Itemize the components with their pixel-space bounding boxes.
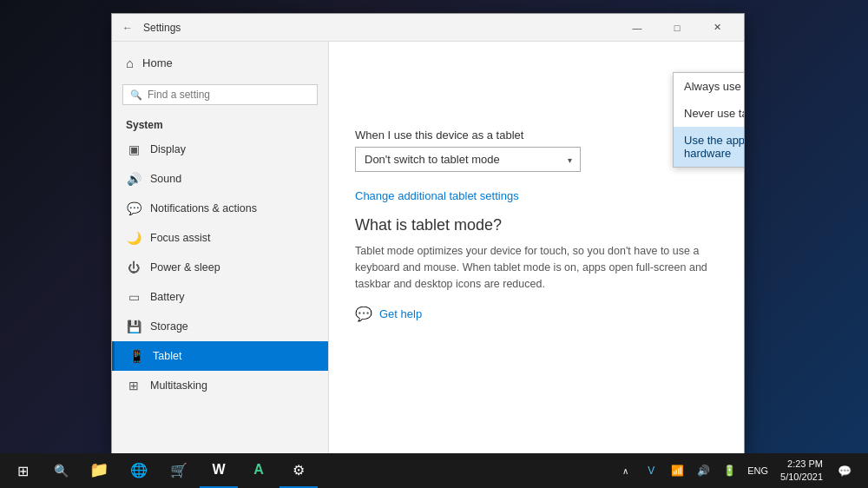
what-is-tablet-heading: What is tablet mode? xyxy=(355,216,718,234)
change-settings-link[interactable]: Change additional tablet settings xyxy=(355,189,519,202)
sidebar-item-power[interactable]: ⏻ Power & sleep xyxy=(112,253,328,282)
taskbar-lang[interactable]: ENG xyxy=(744,465,772,476)
search-icon: 🔍 xyxy=(130,89,142,101)
help-icon: 💬 xyxy=(355,306,372,322)
taskbar-apps: 📁 🌐 🛒 W A ⚙ xyxy=(80,453,605,488)
sidebar-item-display[interactable]: ▣ Display xyxy=(112,135,328,164)
window-controls: — □ ✕ xyxy=(617,14,737,42)
focus-icon: 🌙 xyxy=(126,231,141,245)
close-button[interactable]: ✕ xyxy=(697,14,737,42)
tray-chevron[interactable]: ∧ xyxy=(614,453,636,488)
sidebar-item-sound[interactable]: 🔊 Sound xyxy=(112,164,328,194)
sidebar-item-battery[interactable]: ▭ Battery xyxy=(112,282,328,312)
tablet-mode-value: Don't switch to tablet mode xyxy=(365,153,500,166)
minimize-button[interactable]: — xyxy=(617,14,657,42)
sidebar: ⌂ Home 🔍 System ▣ Display 🔊 Sound 💬 Noti… xyxy=(112,42,329,455)
tray-vpn-icon[interactable]: V xyxy=(640,453,662,488)
taskbar-app-explorer[interactable]: 📁 xyxy=(80,453,118,488)
taskbar-tray: ∧ V 📶 🔊 🔋 ENG 2:23 PM 5/10/2021 💬 xyxy=(607,453,865,488)
sidebar-item-tablet-label: Tablet xyxy=(153,350,181,362)
dropdown-popup: Always use tablet mode Never use tablet … xyxy=(673,72,744,168)
sidebar-item-display-label: Display xyxy=(150,143,186,155)
taskbar-search-button[interactable]: 🔍 xyxy=(43,453,78,488)
tablet-mode-dropdown-wrapper: Don't switch to tablet mode ▾ xyxy=(355,147,581,172)
title-bar: ← Settings — □ ✕ xyxy=(112,14,744,42)
sidebar-item-focus-label: Focus assist xyxy=(150,232,210,244)
taskbar-app-word[interactable]: W xyxy=(200,453,238,488)
back-button[interactable]: ← xyxy=(119,19,136,36)
notifications-icon: 💬 xyxy=(126,201,141,215)
sidebar-home[interactable]: ⌂ Home xyxy=(112,49,328,77)
section-label: System xyxy=(112,112,328,135)
main-content: Always use tablet mode Never use tablet … xyxy=(329,42,744,455)
search-input[interactable] xyxy=(148,89,310,101)
sidebar-item-power-label: Power & sleep xyxy=(150,261,220,274)
sidebar-item-notifications[interactable]: 💬 Notifications & actions xyxy=(112,194,328,223)
tablet-mode-dropdown[interactable]: Don't switch to tablet mode xyxy=(355,147,581,172)
home-icon: ⌂ xyxy=(126,56,134,70)
settings-window: ← Settings — □ ✕ ⌂ Home 🔍 System ▣ Displ… xyxy=(111,13,745,456)
sidebar-item-multitasking[interactable]: ⊞ Multitasking xyxy=(112,371,328,400)
power-icon: ⏻ xyxy=(126,260,141,274)
window-body: ⌂ Home 🔍 System ▣ Display 🔊 Sound 💬 Noti… xyxy=(112,42,744,455)
start-button[interactable]: ⊞ xyxy=(3,453,42,488)
tray-battery-icon[interactable]: 🔋 xyxy=(718,453,740,488)
dropdown-option-always[interactable]: Always use tablet mode xyxy=(674,73,744,100)
taskbar-app-translator[interactable]: A xyxy=(240,453,278,488)
battery-icon: ▭ xyxy=(126,290,141,304)
taskbar: ⊞ 🔍 📁 🌐 🛒 W A ⚙ ∧ V 📶 🔊 🔋 ENG 2:23 PM 5/… xyxy=(0,453,868,488)
sidebar-item-multitasking-label: Multitasking xyxy=(150,379,207,392)
tablet-icon: 📱 xyxy=(128,349,144,363)
search-box[interactable]: 🔍 xyxy=(122,84,318,105)
sidebar-item-focus[interactable]: 🌙 Focus assist xyxy=(112,223,328,253)
clock-time: 2:23 PM xyxy=(780,458,823,471)
tray-volume-icon[interactable]: 🔊 xyxy=(692,453,714,488)
sidebar-item-tablet[interactable]: 📱 Tablet xyxy=(112,341,328,371)
storage-icon: 💾 xyxy=(126,320,141,333)
tablet-description: Tablet mode optimizes your device for to… xyxy=(355,243,718,292)
taskbar-app-settings[interactable]: ⚙ xyxy=(279,453,318,488)
multitasking-icon: ⊞ xyxy=(126,379,141,392)
sidebar-item-storage-label: Storage xyxy=(150,320,188,333)
dropdown-option-appropriate[interactable]: Use the appropriate mode for my hardware xyxy=(674,127,744,167)
clock-date: 5/10/2021 xyxy=(780,471,823,484)
display-icon: ▣ xyxy=(126,142,141,156)
tablet-mode-label: When I use this device as a tablet xyxy=(355,129,718,142)
taskbar-clock[interactable]: 2:23 PM 5/10/2021 xyxy=(775,458,828,485)
tray-network-icon[interactable]: 📶 xyxy=(666,453,688,488)
sidebar-item-sound-label: Sound xyxy=(150,173,181,185)
window-title: Settings xyxy=(143,22,617,34)
sound-icon: 🔊 xyxy=(126,172,141,186)
sidebar-item-battery-label: Battery xyxy=(150,291,185,303)
help-link[interactable]: 💬 Get help xyxy=(355,306,718,322)
sidebar-item-notifications-label: Notifications & actions xyxy=(150,202,257,214)
notification-button[interactable]: 💬 xyxy=(832,453,858,488)
help-label: Get help xyxy=(379,307,422,320)
maximize-button[interactable]: □ xyxy=(657,14,697,42)
home-label: Home xyxy=(142,56,173,69)
taskbar-app-chrome[interactable]: 🌐 xyxy=(120,453,158,488)
tablet-mode-group: When I use this device as a tablet Don't… xyxy=(355,129,718,172)
dropdown-option-never[interactable]: Never use tablet mode xyxy=(674,100,744,127)
taskbar-app-store[interactable]: 🛒 xyxy=(160,453,198,488)
sidebar-item-storage[interactable]: 💾 Storage xyxy=(112,312,328,341)
